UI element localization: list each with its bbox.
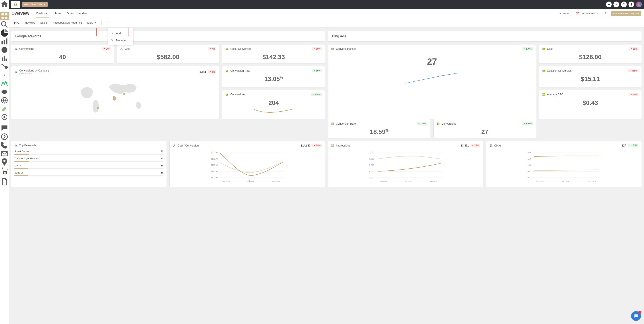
- user-avatar[interactable]: [636, 1, 642, 7]
- home-icon[interactable]: [0, 0, 9, 8]
- card-value: 1,541: [200, 70, 206, 73]
- subtab-more[interactable]: More▼: [84, 18, 99, 27]
- google-ads-icon: [173, 144, 176, 147]
- card-title: Conversions: [230, 93, 311, 96]
- delta-badge: ▲255%: [628, 69, 638, 72]
- keyword-bar: [14, 175, 164, 176]
- svg-rect-72: [438, 124, 439, 125]
- cart-icon[interactable]: [0, 166, 9, 175]
- date-range-selector[interactable]: 📅Last 60 Days▼: [574, 11, 600, 16]
- mail-icon[interactable]: [0, 149, 9, 158]
- document-icon[interactable]: [0, 178, 9, 186]
- card-value: $142.33: [301, 144, 310, 147]
- svg-rect-63: [542, 95, 544, 96]
- pinterest-icon[interactable]: [0, 133, 9, 141]
- svg-text:Aug 2024: Aug 2024: [588, 180, 596, 182]
- svg-rect-2: [1, 17, 4, 19]
- help-icon[interactable]: ?: [621, 1, 627, 7]
- card-google-cost-per-conversion: Cost / Conversion ▲19% $142.33: [222, 44, 325, 63]
- video-library-icon[interactable]: [606, 1, 612, 7]
- integration-k-icon[interactable]: k: [0, 71, 9, 79]
- tab-goals[interactable]: Goals: [64, 9, 76, 18]
- card-title: Cost Per Conversion: [547, 69, 628, 72]
- divider: [102, 20, 102, 25]
- analytics-pie-icon[interactable]: [0, 29, 9, 37]
- plus-icon: ＋: [111, 31, 114, 35]
- globe-icon[interactable]: [0, 96, 9, 104]
- lightning-icon[interactable]: [614, 1, 619, 7]
- column-chart-icon[interactable]: [0, 54, 9, 62]
- chat-icon[interactable]: [0, 124, 9, 133]
- client-selector[interactable]: Good Grief Cafe ▼: [22, 2, 48, 7]
- arrow-down-icon: ▼: [630, 48, 632, 50]
- tab-tasks[interactable]: Tasks: [52, 9, 64, 18]
- keyword-value: 30: [161, 171, 164, 174]
- svg-point-19: [4, 116, 5, 118]
- card-bing-conversions-test: Conversions test ▲170% 27: [328, 44, 536, 119]
- keyword-value: 31: [161, 150, 164, 153]
- search-icon[interactable]: [0, 20, 9, 29]
- more-actions-icon[interactable]: ⋯: [104, 21, 110, 24]
- target-icon[interactable]: [0, 46, 9, 54]
- keyword-name: LTI TX: [14, 164, 22, 167]
- share-button[interactable]: ⇪: [602, 11, 609, 16]
- svg-point-15: [1, 64, 3, 65]
- google-ads-icon: [120, 47, 123, 50]
- salesforce-icon[interactable]: [0, 88, 9, 96]
- card-value: 13.05%: [226, 75, 322, 82]
- bar-chart-icon[interactable]: [0, 37, 9, 46]
- subtab-facebook-ads[interactable]: Facebook Ads Reporting: [50, 18, 84, 27]
- keywords-list: Smart Cabrio31Thunder Tiger Gonow31LTI T…: [14, 150, 164, 176]
- apps-icon[interactable]: [0, 12, 9, 20]
- svg-rect-10: [2, 57, 3, 61]
- svg-rect-40: [332, 47, 333, 49]
- card-title: Conversions by Campaign: [19, 69, 200, 72]
- svg-rect-69: [437, 122, 438, 123]
- delta-badge: ▼28%: [470, 144, 480, 147]
- integration-moz-icon[interactable]: [0, 79, 9, 88]
- notifications-icon[interactable]: [628, 1, 634, 7]
- card-title: Conversion Rate: [336, 122, 416, 125]
- tab-dashboard[interactable]: Dashboard: [34, 9, 52, 18]
- subtab-ppc[interactable]: PPC: [12, 18, 22, 27]
- microsoft-ads-icon: [542, 69, 545, 72]
- svg-point-23: [6, 172, 7, 174]
- svg-rect-1: [5, 13, 7, 15]
- edit-dashboard-button[interactable]: Edit Dashboard Section: [611, 11, 641, 16]
- intercom-chat-button[interactable]: 1: [631, 311, 641, 321]
- client-logo[interactable]: [11, 1, 20, 8]
- svg-rect-61: [542, 93, 544, 94]
- delta-badge: ▼16%: [629, 47, 638, 50]
- dropdown-manage[interactable]: ✎Manage: [108, 37, 133, 44]
- caret-down-icon: ▼: [94, 22, 96, 24]
- card-bing-cost-per-conversion: Cost Per Conversion ▲255% $15.11: [539, 66, 642, 87]
- phone-icon[interactable]: [0, 141, 9, 149]
- ask-ai-button[interactable]: ✦Ask AI: [557, 11, 572, 16]
- svg-rect-94: [332, 146, 333, 147]
- svg-rect-6: [1, 41, 3, 44]
- line-chart: $200.00 $175.00 $150.00 $125.00 $100.00 …: [173, 150, 322, 183]
- hubspot-icon[interactable]: [0, 62, 9, 71]
- keyword-name: Thunder Tiger Gonow: [14, 157, 38, 160]
- microsoft-ads-icon: [437, 122, 440, 125]
- tab-auditor[interactable]: Auditor: [76, 9, 90, 18]
- location-icon[interactable]: [0, 158, 9, 166]
- svg-text:50: 50: [528, 170, 530, 172]
- arrow-down-icon: ▼: [104, 48, 106, 50]
- subtab-social[interactable]: Social: [38, 18, 50, 27]
- keyword-row: LTI TX30: [14, 164, 164, 169]
- svg-text:100: 100: [528, 164, 530, 166]
- client-selector-label: Good Grief Cafe: [24, 3, 42, 6]
- dropdown-add[interactable]: ＋Add: [108, 30, 133, 37]
- svg-text:0: 0: [528, 177, 528, 179]
- subtab-reviews[interactable]: Reviews: [22, 18, 38, 27]
- svg-text:Jul 2024: Jul 2024: [562, 180, 569, 182]
- svg-text:Jun 2024: Jun 2024: [536, 180, 544, 182]
- card-title: Top Keywords: [19, 144, 164, 147]
- svg-rect-44: [542, 47, 544, 49]
- card-google-conversions: Conversions ▼2% 40: [11, 44, 114, 63]
- leaf-icon[interactable]: [0, 104, 9, 113]
- keyword-row: Thunder Tiger Gonow31: [14, 157, 164, 162]
- microsoft-ads-icon: [331, 144, 334, 147]
- crosshair-icon[interactable]: [0, 113, 9, 121]
